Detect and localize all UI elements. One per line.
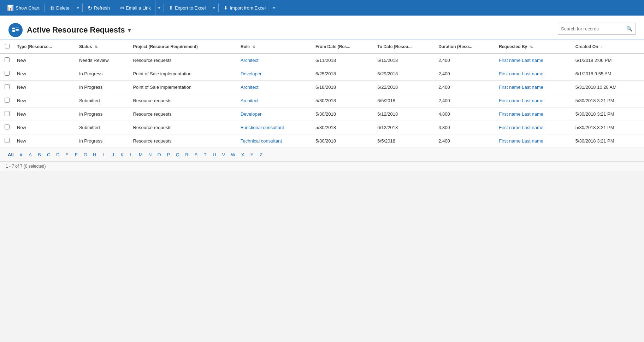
- search-input[interactable]: [561, 26, 626, 31]
- delete-button[interactable]: 🗑 Delete: [46, 0, 74, 16]
- select-all-checkbox[interactable]: [5, 44, 10, 48]
- entity-icon: [8, 23, 23, 37]
- refresh-button[interactable]: ↻ Refresh: [83, 0, 114, 16]
- alpha-nav-item-y[interactable]: Y: [248, 151, 256, 158]
- alpha-nav-item-v[interactable]: V: [220, 151, 228, 158]
- cell-from-date: 5/30/2018: [313, 108, 374, 121]
- alpha-nav-item-a[interactable]: A: [26, 151, 34, 158]
- chart-icon: 📊: [7, 5, 14, 11]
- row-checkbox[interactable]: [5, 138, 10, 143]
- alpha-nav-item-j[interactable]: J: [109, 151, 117, 158]
- alpha-nav-item-#[interactable]: #: [17, 151, 25, 158]
- refresh-icon: ↻: [88, 5, 92, 11]
- cell-to-date: 6/5/2018: [374, 134, 436, 148]
- cell-status: Needs Review: [76, 53, 130, 67]
- cell-requested-by[interactable]: First name Last name: [496, 81, 572, 94]
- cell-type: New: [14, 81, 76, 94]
- cell-role[interactable]: Technical consultant: [238, 134, 313, 148]
- row-checkbox[interactable]: [5, 111, 10, 116]
- cell-from-date: 6/18/2018: [313, 81, 374, 94]
- col-from-date[interactable]: From Date (Res...: [313, 40, 374, 53]
- cell-type: New: [14, 94, 76, 108]
- email-link-button[interactable]: ✉ Email a Link: [116, 0, 155, 16]
- alpha-nav-item-m[interactable]: M: [137, 151, 145, 158]
- alpha-nav-item-o[interactable]: O: [155, 151, 163, 158]
- import-excel-button[interactable]: ⬇ Import from Excel: [219, 0, 270, 16]
- row-checkbox[interactable]: [5, 124, 10, 129]
- cell-role[interactable]: Developer: [238, 67, 313, 81]
- delete-dropdown-arrow[interactable]: ▾: [74, 0, 82, 16]
- row-checkbox[interactable]: [5, 71, 10, 76]
- row-checkbox-cell: [0, 121, 14, 134]
- alpha-nav: All#ABCDEFGHIJKLMNOPQRSTUVWXYZ: [0, 148, 644, 161]
- cell-project: Resource requests: [130, 134, 238, 148]
- cell-role[interactable]: Functional consultant: [238, 121, 313, 134]
- alpha-nav-item-d[interactable]: D: [54, 151, 62, 158]
- table-row: NewNeeds ReviewResource requestsArchitec…: [0, 53, 644, 67]
- alpha-nav-item-g[interactable]: G: [82, 151, 89, 158]
- alpha-nav-item-b[interactable]: B: [36, 151, 43, 158]
- cell-requested-by[interactable]: First name Last name: [496, 108, 572, 121]
- alpha-nav-item-e[interactable]: E: [63, 151, 71, 158]
- search-box[interactable]: 🔍: [558, 23, 636, 35]
- col-to-date[interactable]: To Date (Resou...: [374, 40, 436, 53]
- divider-1: [45, 4, 45, 12]
- export-dropdown-arrow[interactable]: ▾: [210, 0, 218, 16]
- records-table: Type (Resource... Status ⇅ Project (Reso…: [0, 40, 644, 148]
- alpha-nav-item-x[interactable]: X: [239, 151, 247, 158]
- alpha-nav-item-w[interactable]: W: [229, 151, 237, 158]
- col-role[interactable]: Role ⇅: [238, 40, 313, 53]
- alpha-nav-item-t[interactable]: T: [201, 151, 209, 158]
- alpha-nav-item-h[interactable]: H: [91, 151, 99, 158]
- col-project[interactable]: Project (Resource Requirement): [130, 40, 238, 53]
- export-excel-button[interactable]: ⬆ Export to Excel: [165, 0, 210, 16]
- table-row: NewIn ProgressResource requestsDeveloper…: [0, 108, 644, 121]
- cell-role[interactable]: Architect: [238, 94, 313, 108]
- alpha-nav-item-k[interactable]: K: [118, 151, 126, 158]
- alpha-nav-item-r[interactable]: R: [183, 151, 191, 158]
- col-created-on[interactable]: Created On ↓: [573, 40, 644, 53]
- show-chart-label: Show Chart: [16, 5, 40, 11]
- select-all-header[interactable]: [0, 40, 14, 53]
- show-chart-button[interactable]: 📊 Show Chart: [3, 0, 44, 16]
- row-checkbox[interactable]: [5, 84, 10, 89]
- row-checkbox[interactable]: [5, 57, 10, 62]
- cell-type: New: [14, 53, 76, 67]
- cell-created-on: 5/30/2018 3:21 PM: [573, 134, 644, 148]
- alpha-nav-item-l[interactable]: L: [128, 151, 135, 158]
- cell-duration: 2,400: [436, 134, 496, 148]
- cell-role[interactable]: Developer: [238, 108, 313, 121]
- cell-requested-by[interactable]: First name Last name: [496, 53, 572, 67]
- alpha-nav-item-all[interactable]: All: [6, 151, 16, 158]
- cell-requested-by[interactable]: First name Last name: [496, 67, 572, 81]
- row-checkbox-cell: [0, 94, 14, 108]
- table-row: NewSubmittedResource requestsArchitect5/…: [0, 94, 644, 108]
- alpha-nav-item-s[interactable]: S: [192, 151, 200, 158]
- cell-role[interactable]: Architect: [238, 53, 313, 67]
- alpha-nav-item-p[interactable]: P: [165, 151, 172, 158]
- email-dropdown-arrow[interactable]: ▾: [155, 0, 163, 16]
- alpha-nav-item-f[interactable]: F: [72, 151, 80, 158]
- cell-duration: 2,400: [436, 53, 496, 67]
- cell-requested-by[interactable]: First name Last name: [496, 94, 572, 108]
- col-requested-by[interactable]: Requested By ⇅: [496, 40, 572, 53]
- title-dropdown-arrow[interactable]: ▾: [128, 27, 131, 34]
- alpha-nav-item-c[interactable]: C: [45, 151, 53, 158]
- col-type[interactable]: Type (Resource...: [14, 40, 76, 53]
- alpha-nav-item-z[interactable]: Z: [257, 151, 265, 158]
- row-checkbox[interactable]: [5, 98, 10, 103]
- cell-type: New: [14, 67, 76, 81]
- import-excel-icon: ⬇: [224, 5, 228, 11]
- alpha-nav-item-u[interactable]: U: [211, 151, 218, 158]
- alpha-nav-item-i[interactable]: I: [100, 151, 108, 158]
- cell-requested-by[interactable]: First name Last name: [496, 121, 572, 134]
- search-icon[interactable]: 🔍: [626, 26, 632, 31]
- cell-requested-by[interactable]: First name Last name: [496, 134, 572, 148]
- col-duration[interactable]: Duration (Reso...: [436, 40, 496, 53]
- email-icon: ✉: [120, 5, 124, 11]
- alpha-nav-item-q[interactable]: Q: [174, 151, 182, 158]
- import-dropdown-arrow[interactable]: ▾: [270, 0, 278, 16]
- alpha-nav-item-n[interactable]: N: [146, 151, 154, 158]
- cell-role[interactable]: Architect: [238, 81, 313, 94]
- col-status[interactable]: Status ⇅: [76, 40, 130, 53]
